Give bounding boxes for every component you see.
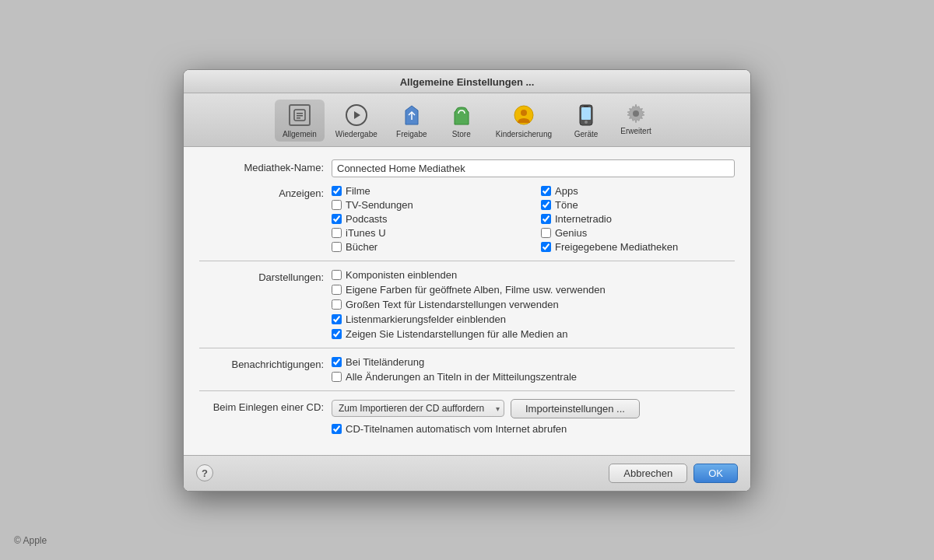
library-name-label: Mediathek-Name: xyxy=(199,159,332,173)
dialog-title: Allgemeine Einstellungen ... xyxy=(400,76,535,88)
show-internetradio-label: Internetradio xyxy=(555,213,612,225)
show-apps[interactable]: Apps xyxy=(541,185,735,197)
display-grosserText-checkbox[interactable] xyxy=(332,299,342,310)
show-genius-checkbox[interactable] xyxy=(541,228,551,238)
show-podcasts[interactable]: Podcasts xyxy=(332,213,525,225)
store-icon xyxy=(449,103,474,128)
show-tv[interactable]: TV-Sendungen xyxy=(332,199,525,211)
notif-alleAenderungen-checkbox[interactable] xyxy=(332,372,342,382)
svg-rect-3 xyxy=(297,117,300,119)
cancel-button[interactable]: Abbrechen xyxy=(609,464,687,483)
show-internetradio[interactable]: Internetradio xyxy=(541,213,735,225)
svg-point-7 xyxy=(521,110,527,116)
display-komponisten-checkbox[interactable] xyxy=(332,270,342,280)
allgemein-icon xyxy=(287,103,312,128)
toolbar-store-label: Store xyxy=(452,130,471,138)
svg-rect-9 xyxy=(581,107,591,120)
separator-2 xyxy=(199,348,735,348)
toolbar-allgemein-label: Allgemein xyxy=(283,130,317,138)
show-freigegebene-label: Freigegebene Mediatheken xyxy=(555,241,678,253)
svg-marker-4 xyxy=(354,111,360,119)
show-itunesu[interactable]: iTunes U xyxy=(332,227,525,239)
show-podcasts-checkbox[interactable] xyxy=(332,214,342,224)
geraete-icon xyxy=(574,103,599,128)
title-bar: Allgemeine Einstellungen ... xyxy=(184,70,750,93)
show-tv-checkbox[interactable] xyxy=(332,200,342,210)
library-name-input[interactable] xyxy=(332,159,735,177)
notifications-row: Benachrichtigungen: Bei Titeländerung Al… xyxy=(199,356,735,383)
show-buecher[interactable]: Bücher xyxy=(332,241,525,253)
show-itunesu-label: iTunes U xyxy=(346,227,386,239)
show-genius-label: Genius xyxy=(555,227,587,239)
show-toene-checkbox[interactable] xyxy=(541,200,551,210)
display-zeigenSie[interactable]: Zeigen Sie Listendarstellungen für alle … xyxy=(332,328,735,340)
cd-row: Beim Einlegen einer CD: Zum Importieren … xyxy=(199,399,735,435)
help-button[interactable]: ? xyxy=(196,464,213,481)
display-zeigenSie-label: Zeigen Sie Listendarstellungen für alle … xyxy=(346,328,567,340)
display-grosserText[interactable]: Großen Text für Listendarstellungen verw… xyxy=(332,299,735,310)
show-row: Anzeigen: Filme Apps TV-Sendungen xyxy=(199,185,735,253)
toolbar-store[interactable]: Store xyxy=(438,100,485,142)
show-buecher-checkbox[interactable] xyxy=(332,242,342,252)
show-genius[interactable]: Genius xyxy=(541,227,735,239)
import-settings-button[interactable]: Importeinstellungen ... xyxy=(511,399,640,418)
toolbar-erweitert-label: Erweitert xyxy=(620,127,651,135)
display-eigeneFarben-label: Eigene Farben für geöffnete Alben, Filme… xyxy=(346,284,606,296)
display-komponisten[interactable]: Komponisten einblenden xyxy=(332,269,735,281)
display-eigeneFarben[interactable]: Eigene Farben für geöffnete Alben, Filme… xyxy=(332,284,735,296)
display-eigeneFarben-checkbox[interactable] xyxy=(332,285,342,295)
toolbar-geraete-label: Geräte xyxy=(574,130,599,138)
show-internetradio-checkbox[interactable] xyxy=(541,214,551,224)
toolbar: Allgemein Wiedergabe Freigabe xyxy=(184,93,750,147)
show-filme-checkbox[interactable] xyxy=(332,186,342,196)
notif-beititel-checkbox[interactable] xyxy=(332,357,342,367)
display-grosserText-label: Großen Text für Listendarstellungen verw… xyxy=(346,299,559,310)
toolbar-wiedergabe[interactable]: Wiedergabe xyxy=(328,100,385,142)
toolbar-freigabe[interactable]: Freigabe xyxy=(388,100,435,142)
erweitert-icon xyxy=(625,103,647,124)
ok-button[interactable]: OK xyxy=(693,464,738,483)
display-row: Darstellungen: Komponisten einblenden Ei… xyxy=(199,269,735,340)
show-apps-checkbox[interactable] xyxy=(541,186,551,196)
dialog-buttons: Abbrechen OK xyxy=(609,464,738,483)
watermark: © Apple xyxy=(14,535,47,546)
toolbar-freigabe-label: Freigabe xyxy=(396,130,427,138)
notifications-checklist: Bei Titeländerung Alle Änderungen an Tit… xyxy=(332,356,735,383)
toolbar-allgemein[interactable]: Allgemein xyxy=(275,100,325,142)
svg-rect-2 xyxy=(297,115,303,117)
toolbar-geraete[interactable]: Geräte xyxy=(563,100,609,142)
toolbar-kindersicherung[interactable]: Kindersicherung xyxy=(488,100,560,142)
cd-auto-check[interactable]: CD-Titelnamen automatisch vom Internet a… xyxy=(332,423,735,435)
library-name-control xyxy=(332,159,735,177)
toolbar-erweitert[interactable]: Erweitert xyxy=(613,100,659,142)
show-filme[interactable]: Filme xyxy=(332,185,525,197)
show-toene-label: Töne xyxy=(555,199,578,211)
notif-alleAenderungen-label: Alle Änderungen an Titeln in der Mitteil… xyxy=(346,371,577,383)
notifications-label: Benachrichtigungen: xyxy=(199,356,332,370)
show-freigegebene[interactable]: Freigegebene Mediatheken xyxy=(541,241,735,253)
svg-rect-11 xyxy=(584,106,588,107)
show-toene[interactable]: Töne xyxy=(541,199,735,211)
cd-auto-checkbox[interactable] xyxy=(332,424,342,434)
cd-select[interactable]: Zum Importieren der CD auffordern CD imp… xyxy=(332,400,504,417)
separator-1 xyxy=(199,261,735,261)
cd-inline-controls: Zum Importieren der CD auffordern CD imp… xyxy=(332,399,735,418)
notif-beititel-label: Bei Titeländerung xyxy=(346,356,424,368)
show-apps-label: Apps xyxy=(555,185,578,197)
show-freigegebene-checkbox[interactable] xyxy=(541,242,551,252)
display-listenmarkierung[interactable]: Listenmarkierungsfelder einblenden xyxy=(332,313,735,325)
svg-rect-1 xyxy=(297,113,303,114)
show-control: Filme Apps TV-Sendungen Töne xyxy=(332,185,735,253)
display-komponisten-label: Komponisten einblenden xyxy=(346,269,457,281)
bottom-bar: ? Abbrechen OK xyxy=(184,455,750,491)
display-zeigenSie-checkbox[interactable] xyxy=(332,329,342,339)
notif-beitlel[interactable]: Bei Titeländerung xyxy=(332,356,735,368)
show-tv-label: TV-Sendungen xyxy=(346,199,413,211)
svg-point-10 xyxy=(585,121,588,124)
library-name-row: Mediathek-Name: xyxy=(199,159,735,177)
show-itunesu-checkbox[interactable] xyxy=(332,228,342,238)
separator-3 xyxy=(199,390,735,391)
toolbar-wiedergabe-label: Wiedergabe xyxy=(335,130,377,138)
display-listenmarkierung-checkbox[interactable] xyxy=(332,314,342,324)
notif-alleAenderungen[interactable]: Alle Änderungen an Titeln in der Mitteil… xyxy=(332,371,735,383)
